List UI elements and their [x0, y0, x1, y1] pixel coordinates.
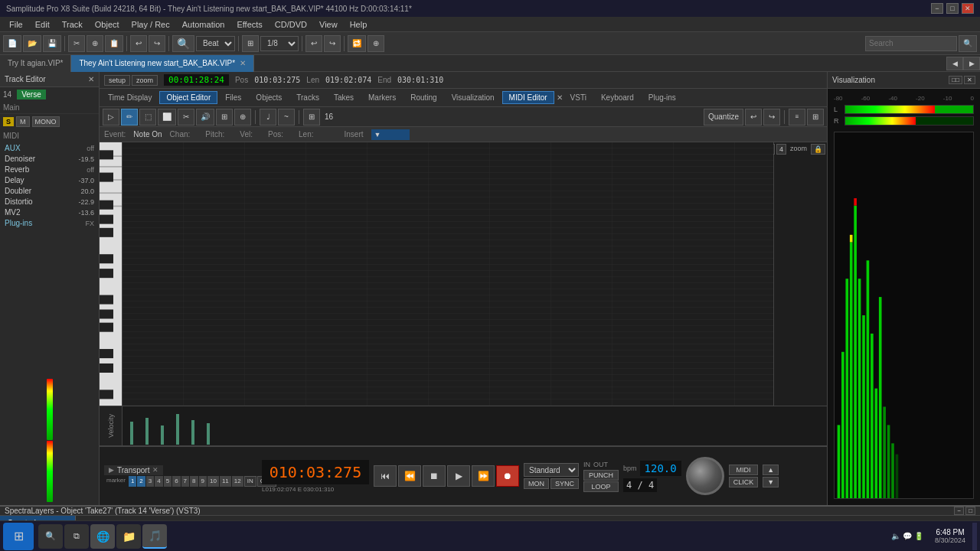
viz-close-btn[interactable]: ✕ [964, 76, 975, 84]
bpm-display[interactable]: 120.0 [640, 461, 681, 476]
stop-btn[interactable]: ⏹ [423, 465, 446, 487]
menu-view[interactable]: View [313, 18, 344, 31]
tab-plugins[interactable]: Plug-ins [642, 91, 683, 104]
maximize-button[interactable]: □ [946, 3, 959, 14]
cut-button[interactable]: ✂ [68, 35, 85, 52]
rewind-to-start-btn[interactable]: ⏮ [374, 465, 397, 487]
undo2-button[interactable]: ↩ [305, 35, 322, 52]
taskbar-explorer[interactable]: 📁 [116, 524, 141, 549]
fx-mv2[interactable]: MV2 -13.6 [3, 207, 96, 217]
save-button[interactable]: 💾 [43, 35, 61, 52]
midi-pointer-btn[interactable]: ▷ [103, 109, 119, 126]
track-editor-close[interactable]: ✕ [88, 75, 94, 83]
tab-they-aint[interactable]: They Ain't Listening new start_BAK_BAK.V… [71, 55, 254, 72]
fx-distortion[interactable]: Distortio -22.9 [3, 197, 96, 207]
menu-automation[interactable]: Automation [176, 18, 231, 31]
paste-button[interactable]: 📋 [105, 35, 123, 52]
midi-pitch-btn[interactable]: ~ [278, 109, 295, 126]
midi-step-btn[interactable]: ⊕ [234, 109, 251, 126]
midi-erase-btn[interactable]: ⬚ [139, 109, 156, 126]
redo-button[interactable]: ↪ [149, 35, 165, 52]
fx-delay[interactable]: Delay -37.0 [3, 175, 96, 185]
tab-visualization[interactable]: Visualization [445, 91, 501, 104]
tab-markers[interactable]: Markers [361, 91, 403, 104]
midi-draw-btn[interactable]: ✏ [121, 109, 138, 126]
tab-time-display[interactable]: Time Display [101, 91, 158, 104]
solo-button[interactable]: S [3, 117, 14, 126]
sl-minimize-btn[interactable]: − [954, 507, 964, 515]
click-button[interactable]: CLICK [729, 477, 759, 487]
menu-edit[interactable]: Edit [29, 18, 56, 31]
sl-maximize-btn[interactable]: □ [965, 507, 975, 515]
menu-play-rec[interactable]: Play / Rec [126, 18, 176, 31]
fx-reverb[interactable]: Reverb off [3, 165, 96, 174]
quantize-label[interactable]: Quantize [704, 109, 743, 126]
marker-3-btn[interactable]: 3 [146, 476, 154, 487]
midi-settings-btn[interactable]: ≡ [789, 109, 805, 126]
tab-vsti[interactable]: VSTi [564, 91, 593, 104]
marker-6-btn[interactable]: 6 [172, 476, 180, 487]
tab-keyboard[interactable]: Keyboard [594, 91, 641, 104]
tab-close-button[interactable]: ✕ [240, 59, 246, 67]
midi-glue-btn[interactable]: 🔊 [196, 109, 214, 126]
tab-try-it[interactable]: Try It agian.VIP* [0, 55, 71, 72]
tab-nav-left[interactable]: ◀ [946, 57, 963, 70]
aux-toggle[interactable]: off [87, 145, 94, 152]
taskbar-clock[interactable]: 6:48 PM 8/30/2024 [931, 528, 969, 544]
start-button[interactable]: ⊞ [3, 523, 34, 550]
marker-2-btn[interactable]: 2 [137, 476, 145, 487]
midi-expand-btn[interactable]: ⊞ [807, 109, 824, 126]
transport-mode-dropdown[interactable]: Standard Loop [524, 463, 579, 477]
note-grid[interactable] [122, 142, 773, 406]
sync-button[interactable]: SYNC [550, 478, 579, 489]
snap-button[interactable]: ⊞ [242, 35, 259, 52]
midi-velocity-btn[interactable]: ♩ [260, 109, 276, 126]
marker-in-btn[interactable]: IN [244, 476, 256, 487]
record-btn[interactable]: ⏺ [496, 465, 519, 487]
tab-objects[interactable]: Objects [249, 91, 289, 104]
zoom-4-btn[interactable]: 4 [776, 144, 786, 155]
midi-undo-btn[interactable]: ↩ [745, 109, 762, 126]
plugins-label[interactable]: Plug-ins [5, 219, 32, 227]
punch-button[interactable]: PUNCH [583, 470, 619, 481]
open-button[interactable]: 📂 [23, 35, 41, 52]
undo-button[interactable]: ↩ [130, 35, 147, 52]
nav-down-btn[interactable]: ▼ [763, 477, 779, 487]
fx-denoiser[interactable]: Denoiser -19.5 [3, 154, 96, 164]
jog-wheel[interactable] [686, 457, 724, 495]
track-preset-label[interactable]: Verse [17, 90, 46, 99]
marker-7-btn[interactable]: 7 [181, 476, 189, 487]
tab-object-editor[interactable]: Object Editor [159, 91, 217, 104]
tab-routing[interactable]: Routing [403, 91, 443, 104]
mono-button[interactable]: MONO [32, 116, 60, 127]
midi-editor-close[interactable]: ✕ [557, 93, 563, 102]
midi-snap-btn[interactable]: ⊞ [303, 109, 320, 126]
menu-effects[interactable]: Effects [230, 18, 268, 31]
search-input[interactable] [865, 36, 957, 51]
marker-5-btn[interactable]: 5 [164, 476, 172, 487]
close-button[interactable]: ✕ [962, 3, 974, 14]
tab-nav-right[interactable]: ▶ [963, 57, 980, 70]
tab-takes[interactable]: Takes [327, 91, 361, 104]
marker-11-btn[interactable]: 11 [220, 476, 231, 487]
zoom-in-button[interactable]: 🔍 [172, 35, 194, 52]
midi-redo-btn[interactable]: ↪ [763, 109, 780, 126]
play-btn[interactable]: ▶ [447, 465, 470, 487]
taskbar-taskview[interactable]: ⧉ [64, 524, 89, 549]
menu-cddvd[interactable]: CD/DVD [269, 18, 313, 31]
loop-button[interactable]: 🔁 [348, 35, 366, 52]
mon-button[interactable]: MON [524, 478, 549, 489]
midi-select-btn[interactable]: ⬜ [158, 109, 176, 126]
viz-expand-btn[interactable]: □□ [949, 76, 962, 84]
beat-dropdown[interactable]: Beat [196, 36, 235, 51]
transport-arrow[interactable]: ▶ [109, 466, 114, 474]
mute-button[interactable]: M [16, 116, 30, 127]
marker-12-btn[interactable]: 12 [232, 476, 243, 487]
aux-label[interactable]: AUX [5, 144, 21, 152]
rewind-btn[interactable]: ⏪ [398, 465, 421, 487]
marker-10-btn[interactable]: 10 [207, 476, 219, 487]
marker-4-btn[interactable]: 4 [155, 476, 162, 487]
menu-file[interactable]: File [3, 18, 29, 31]
loop-button[interactable]: LOOP [583, 481, 619, 492]
setup-button[interactable]: setup [104, 75, 130, 86]
